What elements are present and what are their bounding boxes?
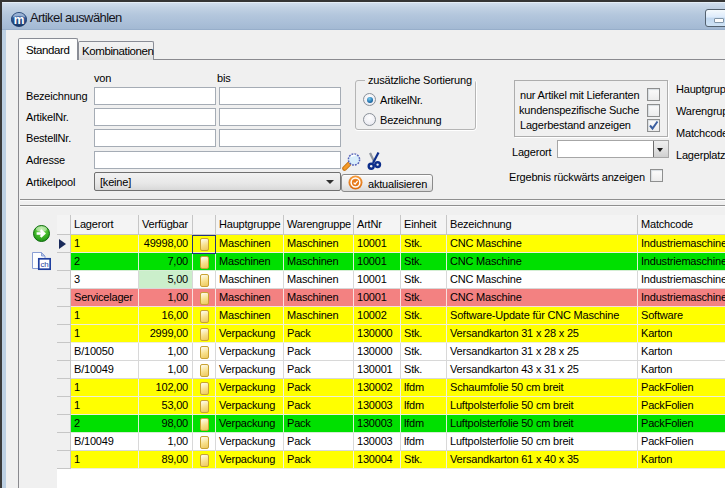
svg-text:ch: ch xyxy=(40,260,48,269)
